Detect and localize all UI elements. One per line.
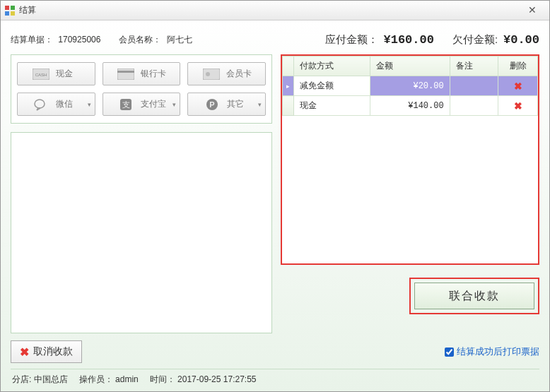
pay-bankcard-label: 银行卡 (141, 68, 166, 80)
cell-delete[interactable]: ✖ (498, 96, 538, 116)
svg-rect-8 (203, 69, 220, 80)
svg-rect-3 (11, 11, 15, 16)
right-column: 付款方式 金额 备注 删除 ▸ 减免金额 ¥20.00 (281, 54, 539, 333)
cell-remark[interactable] (450, 76, 498, 96)
due-amount-label: 应付金额： (325, 33, 378, 45)
owed-amount-field: 欠付金额: ¥0.00 (452, 33, 539, 47)
table-row[interactable]: ▸ 减免金额 ¥20.00 ✖ (283, 76, 538, 96)
payments-table[interactable]: 付款方式 金额 备注 删除 ▸ 减免金额 ¥20.00 (282, 56, 538, 116)
chevron-down-icon: ▾ (88, 101, 91, 108)
confirm-row: 联合收款 (281, 278, 539, 314)
payments-table-wrap: 付款方式 金额 备注 删除 ▸ 减免金额 ¥20.00 (281, 54, 539, 265)
row-indicator-icon: ▸ (283, 76, 294, 96)
left-column: CASH 现金 银行卡 会员卡 微信 ▾ (11, 54, 272, 333)
status-operator-value: admin (115, 374, 139, 384)
due-amount-field: 应付金额： ¥160.00 (325, 33, 434, 47)
other-pay-icon: P (203, 98, 221, 111)
owed-amount-value: ¥0.00 (503, 33, 539, 47)
pay-membercard-label: 会员卡 (226, 68, 252, 80)
pay-wechat-button[interactable]: 微信 ▾ (17, 93, 95, 116)
statusbar: 分店: 中国总店 操作员： admin 时间： 2017-09-25 17:27… (11, 369, 539, 387)
delete-icon[interactable]: ✖ (514, 100, 522, 112)
svg-text:P: P (209, 100, 214, 109)
row-indicator-empty (283, 96, 294, 116)
svg-rect-7 (117, 71, 134, 73)
cancel-icon: ✖ (20, 345, 29, 359)
chevron-down-icon: ▾ (172, 101, 176, 108)
col-delete[interactable]: 删除 (498, 57, 538, 76)
pay-cash-label: 现金 (56, 68, 80, 80)
print-receipt-input[interactable] (445, 348, 454, 357)
status-store-label: 分店: (12, 374, 31, 384)
col-method[interactable]: 付款方式 (294, 57, 370, 76)
bottom-row: ✖ 取消收款 结算成功后打印票据 (11, 340, 539, 363)
pay-bankcard-button[interactable]: 银行卡 (103, 62, 181, 85)
col-remark[interactable]: 备注 (450, 57, 498, 76)
payment-method-panel: CASH 现金 银行卡 会员卡 微信 ▾ (11, 54, 272, 124)
member-name-value: 阿七七 (167, 35, 192, 44)
status-time: 时间： 2017-09-25 17:27:55 (150, 374, 257, 386)
svg-rect-6 (117, 69, 134, 80)
cell-remark[interactable] (450, 96, 498, 116)
cell-method[interactable]: 现金 (294, 96, 370, 116)
membercard-icon (202, 68, 221, 81)
print-receipt-label: 结算成功后打印票据 (457, 345, 539, 358)
member-name-label: 会员名称： (119, 35, 161, 44)
svg-rect-0 (5, 6, 9, 10)
svg-point-10 (35, 100, 45, 108)
owed-amount-label: 欠付金额: (452, 33, 498, 45)
alipay-icon: 支 (117, 98, 135, 111)
col-amount[interactable]: 金额 (370, 57, 450, 76)
order-no-value: 170925006 (58, 35, 100, 44)
detail-panel (11, 132, 272, 333)
window-close-button[interactable]: ✕ (520, 4, 545, 17)
pay-wechat-label: 微信 (56, 98, 80, 110)
titlebar: 结算 ✕ (1, 1, 549, 20)
cancel-collect-button[interactable]: ✖ 取消收款 (11, 340, 82, 363)
status-operator: 操作员： admin (79, 374, 139, 386)
order-no-label: 结算单据： (11, 35, 53, 44)
confirm-highlight: 联合收款 (409, 278, 539, 314)
svg-rect-1 (11, 6, 15, 10)
due-amount-value: ¥160.00 (384, 33, 434, 47)
cell-amount[interactable]: ¥140.00 (370, 96, 450, 116)
status-store-value: 中国总店 (34, 374, 68, 384)
cash-icon: CASH (32, 68, 50, 81)
combined-collect-button[interactable]: 联合收款 (414, 283, 534, 309)
svg-text:CASH: CASH (35, 73, 47, 77)
cancel-collect-label: 取消收款 (33, 345, 73, 358)
status-time-value: 2017-09-25 17:27:55 (177, 374, 256, 384)
status-operator-label: 操作员： (79, 374, 113, 384)
wechat-icon (32, 98, 50, 111)
pay-cash-button[interactable]: CASH 现金 (17, 62, 95, 85)
pay-alipay-button[interactable]: 支 支付宝 ▾ (103, 93, 181, 116)
svg-rect-2 (5, 11, 9, 16)
app-icon (5, 6, 15, 16)
pay-membercard-button[interactable]: 会员卡 (187, 62, 266, 85)
svg-point-9 (206, 72, 210, 76)
cell-method[interactable]: 减免金额 (294, 76, 370, 96)
pay-other-label: 其它 (227, 98, 251, 110)
pay-other-button[interactable]: P 其它 ▾ (187, 93, 266, 116)
rowheader-col (283, 57, 294, 76)
status-time-label: 时间： (150, 374, 175, 384)
main-row: CASH 现金 银行卡 会员卡 微信 ▾ (11, 54, 539, 333)
order-no-field: 结算单据： 170925006 (11, 34, 100, 46)
status-store: 分店: 中国总店 (12, 374, 68, 386)
table-row[interactable]: 现金 ¥140.00 ✖ (283, 96, 538, 116)
window-title: 结算 (19, 4, 520, 16)
cell-amount[interactable]: ¥20.00 (370, 76, 450, 96)
pay-alipay-label: 支付宝 (141, 98, 166, 110)
chevron-down-icon: ▾ (258, 101, 262, 108)
top-info-row: 结算单据： 170925006 会员名称： 阿七七 应付金额： ¥160.00 … (11, 28, 539, 52)
svg-text:支: 支 (122, 100, 129, 109)
print-receipt-checkbox[interactable]: 结算成功后打印票据 (445, 345, 539, 358)
member-name-field: 会员名称： 阿七七 (119, 34, 192, 46)
bankcard-icon (117, 68, 135, 81)
table-empty-area (282, 116, 538, 263)
settlement-window: 结算 ✕ 结算单据： 170925006 会员名称： 阿七七 应付金额： ¥16… (0, 0, 550, 392)
content-area: 结算单据： 170925006 会员名称： 阿七七 应付金额： ¥160.00 … (1, 20, 549, 391)
cell-delete[interactable]: ✖ (498, 76, 538, 96)
delete-icon[interactable]: ✖ (514, 81, 522, 92)
